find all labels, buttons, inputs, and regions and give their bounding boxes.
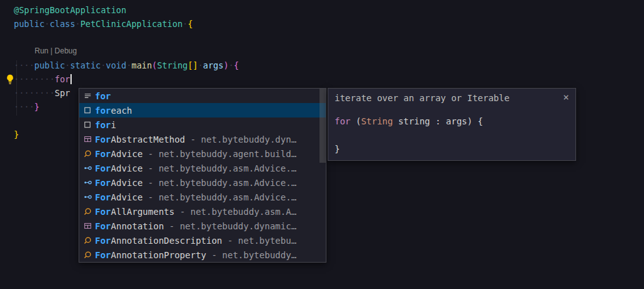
code-token: ·: [45, 19, 50, 29]
code-token: PetClinicApplication: [80, 19, 183, 29]
suggest-item-forabstractmethod[interactable]: ForAbstractMethod - net.bytebuddy.dyn…: [79, 132, 326, 146]
code-line-6[interactable]: ········for: [14, 72, 239, 86]
scrollbar-thumb[interactable]: [319, 89, 326, 163]
code-token: String: [157, 60, 188, 70]
code-token: public: [14, 19, 45, 29]
suggest-item-for[interactable]: for: [79, 89, 326, 103]
code-token: Spr: [55, 88, 70, 98]
suggest-item-fori[interactable]: fori: [79, 117, 326, 132]
suggest-match-text: For: [95, 221, 111, 231]
suggest-match-text: For: [95, 236, 111, 246]
code-line-3[interactable]: [14, 31, 239, 45]
docs-code-line: }: [335, 142, 569, 156]
suggest-docs-panel: iterate over an array or Iterable × for …: [328, 88, 576, 161]
docs-code-line: [335, 128, 569, 142]
class-icon: [83, 149, 95, 158]
suggest-item-forannotationdescription[interactable]: ForAnnotationDescription - net.bytebu…: [79, 233, 326, 248]
suggest-item-forannotation[interactable]: ForAnnotation - net.bytebuddy.dynamic…: [79, 219, 326, 233]
interface-icon: [83, 192, 95, 202]
suggest-detail-text: - net.bytebuddy…: [206, 250, 296, 260]
suggest-detail-text: - net.bytebuddy.asm.A…: [174, 207, 296, 217]
suggest-match-text: For: [95, 207, 111, 217]
struct-icon: [83, 221, 95, 231]
suggest-match-text: for: [95, 106, 111, 116]
docs-summary: iterate over an array or Iterable: [335, 93, 509, 103]
suggest-item-foradvice[interactable]: ForAdvice - net.bytebuddy.agent.build…: [79, 146, 326, 161]
suggest-label-text: Advice: [111, 178, 143, 188]
code-token: (: [152, 60, 157, 70]
code-token: string : args) {: [393, 116, 483, 126]
docs-code-line: for (String string : args) {: [335, 114, 569, 128]
class-icon: [83, 207, 95, 216]
code-token: ·: [198, 60, 203, 70]
suggest-match-text: For: [95, 192, 111, 202]
code-token: {: [234, 60, 239, 70]
suggest-detail-text: - net.bytebuddy.asm.Advice.…: [143, 192, 296, 202]
snippet-icon: [83, 91, 95, 101]
code-token: ····: [14, 60, 35, 70]
codelens-debug-link[interactable]: Debug: [55, 46, 77, 55]
suggest-detail-text: - net.bytebuddy.agent.build…: [143, 149, 296, 159]
suggest-match-text: For: [95, 250, 111, 260]
code-token: }: [35, 102, 40, 112]
code-token: for: [335, 116, 350, 126]
suggest-label-text: Advice: [111, 149, 143, 159]
suggest-label-text: i: [111, 120, 116, 130]
code-token: class: [50, 19, 75, 29]
close-icon[interactable]: ×: [562, 93, 570, 102]
suggest-item-foradvice[interactable]: ForAdvice - net.bytebuddy.asm.Advice.…: [79, 161, 326, 175]
codelens: Run | Debug: [14, 45, 239, 58]
code-token: ········: [14, 88, 55, 98]
suggest-item-foradvice[interactable]: ForAdvice - net.bytebuddy.asm.Advice.…: [79, 175, 326, 190]
suggest-label-text: AnnotationDescription: [111, 236, 222, 246]
code-token: static: [70, 60, 101, 70]
suggest-label-text: Annotation: [111, 221, 164, 231]
code-token: for: [55, 74, 70, 84]
code-token: void: [106, 60, 126, 70]
code-token: }: [335, 144, 340, 154]
suggest-match-text: For: [95, 178, 111, 188]
suggest-match-text: For: [95, 134, 111, 144]
vscode-editor-window: @SpringBootApplicationpublic·class·PetCl…: [0, 0, 644, 289]
code-token: ·: [126, 60, 131, 70]
suggest-item-foradvice[interactable]: ForAdvice - net.bytebuddy.asm.Advice.…: [79, 190, 326, 204]
code-token: args: [203, 60, 224, 70]
suggest-label-text: AbstractMethod: [111, 134, 185, 144]
suggest-label-text: Advice: [111, 192, 143, 202]
code-token: public: [35, 60, 65, 70]
suggest-match-text: for: [95, 120, 111, 130]
code-token: main: [131, 60, 152, 70]
suggest-detail-text: - net.bytebu…: [222, 236, 296, 246]
code-line-1[interactable]: @SpringBootApplication: [14, 3, 239, 17]
interface-icon: [83, 163, 95, 173]
code-token: ····: [14, 102, 35, 112]
suggest-label-text: AllArguments: [111, 207, 174, 217]
suggest-match-text: for: [95, 91, 111, 101]
code-line-2[interactable]: public·class·PetClinicApplication·{: [14, 17, 239, 31]
suggest-detail-text: - net.bytebuddy.asm.Advice.…: [143, 163, 296, 173]
suggest-match-text: For: [95, 149, 111, 159]
docs-code-snippet: for (String string : args) {}: [328, 103, 575, 156]
code-token: ·: [229, 60, 234, 70]
box-icon: [83, 106, 95, 115]
suggest-item-forallarguments[interactable]: ForAllArguments - net.bytebuddy.asm.A…: [79, 204, 326, 219]
suggest-list: forforeachforiForAbstractMethod - net.by…: [79, 89, 326, 262]
suggest-label-text: each: [111, 106, 132, 116]
code-line-5[interactable]: ····public·static·void·main(String[]·arg…: [14, 58, 239, 72]
suggest-item-forannotationproperty[interactable]: ForAnnotationProperty - net.bytebuddy…: [79, 248, 326, 262]
code-token: ): [223, 60, 228, 70]
text-cursor: [70, 74, 72, 84]
code-token: ········: [14, 74, 55, 84]
suggest-detail-text: - net.bytebuddy.dynamic…: [164, 221, 297, 231]
suggest-item-foreach[interactable]: foreach: [79, 103, 326, 117]
codelens-run-link[interactable]: Run: [35, 46, 48, 55]
suggest-detail-text: - net.bytebuddy.dyn…: [185, 134, 296, 144]
suggest-label-text: Advice: [111, 163, 143, 173]
class-icon: [83, 250, 95, 259]
suggest-label-text: AnnotationProperty: [111, 250, 206, 260]
code-token: String: [361, 116, 393, 126]
suggest-scrollbar[interactable]: [319, 89, 326, 262]
code-token: @SpringBootApplication: [14, 5, 126, 15]
suggest-widget: forforeachforiForAbstractMethod - net.by…: [79, 88, 326, 263]
interface-icon: [83, 178, 95, 187]
